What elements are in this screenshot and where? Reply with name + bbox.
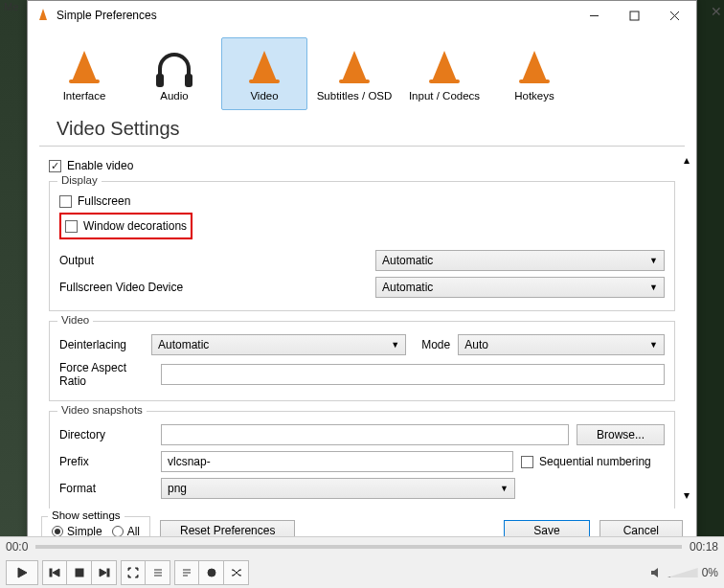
cone-board-icon: [424, 46, 464, 86]
category-tabs: Interface Audio Video Subtitles / OSD In…: [28, 30, 696, 116]
minimize-button[interactable]: [574, 2, 614, 29]
button-label: Save: [533, 524, 559, 537]
svg-rect-8: [76, 569, 83, 577]
deinterlacing-select[interactable]: Automatic ▼: [151, 334, 406, 355]
directory-input[interactable]: [161, 424, 569, 445]
chevron-down-icon: ▼: [649, 340, 658, 350]
select-value: Automatic: [382, 281, 433, 294]
fullscreen-device-select[interactable]: Automatic ▼: [375, 277, 665, 298]
fullscreen-device-row: Fullscreen Video Device Automatic ▼: [59, 274, 665, 301]
titlebar-title: Simple Preferences: [57, 9, 574, 22]
settings-content: ▴ ▾ Enable video Display Fullscreen Wind…: [28, 147, 696, 509]
checkbox-label: Window decorations: [83, 219, 187, 233]
group-legend: Video snapshots: [57, 404, 147, 416]
field-label: Prefix: [59, 455, 153, 468]
group-legend: Show settings: [48, 509, 124, 521]
chevron-down-icon: ▼: [391, 340, 399, 350]
field-label: Directory: [59, 428, 153, 441]
cone-page-icon: [334, 46, 374, 86]
background-close-icon[interactable]: ✕: [711, 4, 722, 19]
cone-icon: [64, 46, 104, 86]
select-value: Automatic: [158, 338, 209, 351]
scroll-up-icon[interactable]: ▴: [679, 152, 694, 168]
svg-rect-6: [50, 569, 52, 577]
volume-control[interactable]: 0%: [650, 566, 718, 579]
time-bar: 00:0 00:18: [0, 537, 724, 556]
next-button[interactable]: [92, 560, 117, 585]
loop-button[interactable]: [199, 560, 224, 585]
tab-label: Hotkeys: [514, 90, 554, 102]
sequential-checkbox[interactable]: Sequential numbering: [521, 452, 665, 471]
stop-button[interactable]: [67, 560, 92, 585]
output-select[interactable]: Automatic ▼: [375, 250, 665, 271]
snapshots-group: Video snapshots Directory Browse... Pref…: [49, 411, 675, 509]
button-label: Reset Preferences: [180, 524, 275, 537]
field-label: Output: [59, 254, 368, 267]
deinterlacing-row: Deinterlacing Automatic ▼ Mode Auto ▼: [59, 331, 665, 358]
mode-select[interactable]: Auto ▼: [458, 334, 665, 355]
svg-rect-10: [107, 569, 109, 577]
checkbox-icon: [59, 195, 72, 208]
tab-audio[interactable]: Audio: [131, 37, 217, 110]
seek-slider[interactable]: [35, 545, 682, 549]
group-legend: Video: [57, 314, 93, 326]
chevron-down-icon: ▼: [649, 283, 658, 292]
select-value: Auto: [464, 338, 488, 351]
button-label: Cancel: [623, 524, 659, 537]
volume-percent: 0%: [702, 566, 718, 579]
checkbox-label: Sequential numbering: [539, 455, 651, 468]
tab-label: Audio: [160, 90, 188, 102]
tab-input-codecs[interactable]: Input / Codecs: [401, 37, 487, 110]
play-button[interactable]: [6, 560, 38, 585]
fullscreen-checkbox[interactable]: Fullscreen: [59, 192, 665, 211]
preferences-dialog: Simple Preferences Interface Audio Video…: [27, 0, 697, 555]
shuffle-button[interactable]: [224, 560, 249, 585]
format-row: Format png ▼: [59, 475, 665, 502]
browse-button[interactable]: Browse...: [577, 424, 665, 445]
fullscreen-toggle-button[interactable]: [121, 560, 146, 585]
directory-row: Directory Browse...: [59, 421, 665, 448]
format-select[interactable]: png ▼: [161, 478, 515, 499]
window-decorations-checkbox[interactable]: Window decorations: [65, 216, 187, 236]
enable-video-checkbox[interactable]: Enable video: [49, 156, 675, 175]
prefix-input[interactable]: vlcsnap-: [161, 451, 513, 472]
checkbox-label: Enable video: [67, 159, 133, 172]
tab-video[interactable]: Video: [221, 37, 307, 110]
prev-button[interactable]: [42, 560, 67, 585]
playlist-button[interactable]: [174, 560, 199, 585]
select-value: png: [168, 482, 187, 495]
tab-subtitles[interactable]: Subtitles / OSD: [311, 37, 397, 110]
scroll-down-icon[interactable]: ▾: [679, 487, 694, 503]
tab-label: Subtitles / OSD: [317, 90, 393, 102]
extended-settings-button[interactable]: [146, 560, 170, 585]
headphones-icon: [154, 46, 194, 86]
section-title: Video Settings: [39, 116, 685, 147]
tab-hotkeys[interactable]: Hotkeys: [491, 37, 577, 110]
highlight-annotation: Window decorations: [59, 213, 192, 239]
field-label: Mode: [414, 338, 450, 351]
field-label: Fullscreen Video Device: [59, 281, 368, 294]
cone-clapper-icon: [244, 46, 284, 86]
output-row: Output Automatic ▼: [59, 247, 665, 274]
tab-interface[interactable]: Interface: [41, 37, 127, 110]
svg-marker-7: [53, 569, 59, 577]
time-total: 00:18: [690, 540, 718, 554]
field-label: Format: [59, 482, 153, 495]
app-cone-icon: [35, 7, 51, 25]
maximize-button[interactable]: [614, 2, 654, 29]
group-legend: Display: [57, 174, 102, 186]
tab-label: Video: [250, 90, 278, 102]
checkbox-icon: [521, 456, 533, 468]
chevron-down-icon: ▼: [500, 484, 509, 493]
player-bar: 00:0 00:18 0%: [0, 536, 724, 588]
tab-label: Interface: [63, 90, 106, 102]
checkbox-icon: [49, 160, 61, 172]
button-label: Browse...: [597, 428, 645, 441]
svg-marker-5: [18, 568, 27, 577]
force-aspect-input[interactable]: [161, 364, 665, 385]
video-group: Video Deinterlacing Automatic ▼ Mode Aut…: [49, 321, 675, 401]
volume-slider[interactable]: [667, 568, 698, 577]
close-button[interactable]: [654, 2, 694, 29]
field-label: Force Aspect Ratio: [59, 361, 153, 388]
player-controls: 0%: [0, 556, 724, 588]
